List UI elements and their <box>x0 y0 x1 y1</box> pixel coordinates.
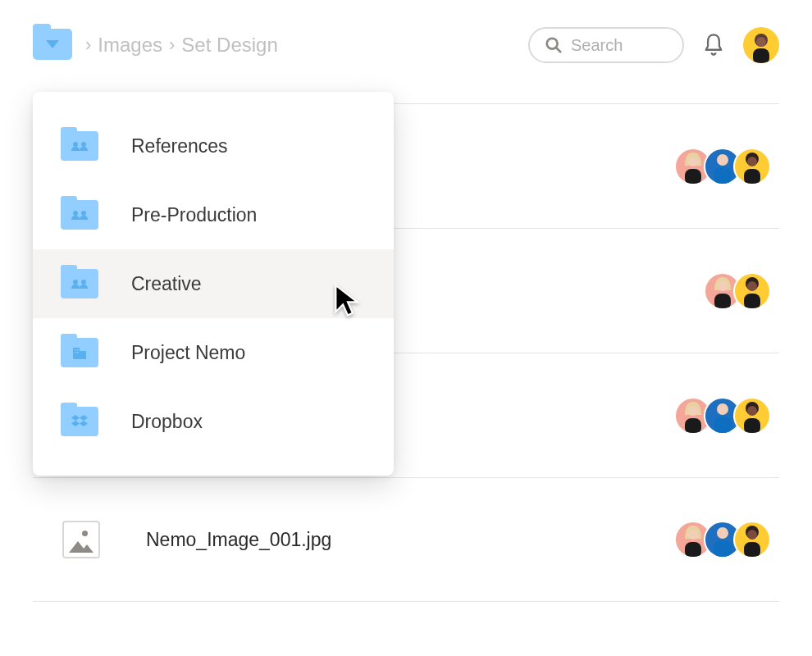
shared-folder-icon <box>61 269 98 298</box>
breadcrumb-item-current[interactable]: › Set Design <box>162 34 278 57</box>
bell-icon <box>702 33 725 57</box>
breadcrumb-root-folder[interactable] <box>33 29 72 61</box>
svg-rect-3 <box>753 48 769 63</box>
svg-rect-27 <box>714 540 732 557</box>
svg-rect-8 <box>714 167 732 184</box>
svg-rect-37 <box>73 348 80 359</box>
svg-rect-20 <box>714 417 732 433</box>
dropdown-item-label: Project Nemo <box>131 342 245 364</box>
dropdown-item-label: References <box>131 135 228 157</box>
search-box[interactable] <box>528 27 684 63</box>
svg-rect-18 <box>685 418 701 433</box>
svg-rect-16 <box>744 294 760 308</box>
file-name: Nemo_Image_001.jpg <box>146 529 674 551</box>
svg-point-35 <box>73 280 78 285</box>
dropdown-item-label: Dropbox <box>131 411 203 433</box>
search-input[interactable] <box>571 36 668 55</box>
svg-point-29 <box>747 530 757 540</box>
svg-point-10 <box>747 157 757 166</box>
svg-point-36 <box>81 280 86 285</box>
dropdown-item-label: Pre-Production <box>131 204 257 226</box>
dropdown-item-dropbox[interactable]: Dropbox <box>33 387 394 456</box>
header: › Images › Set Design <box>33 25 779 66</box>
svg-rect-25 <box>685 542 701 557</box>
svg-rect-23 <box>744 418 760 433</box>
svg-rect-30 <box>744 542 760 557</box>
svg-point-17 <box>688 406 698 416</box>
member-avatars[interactable] <box>674 148 771 185</box>
svg-point-7 <box>717 154 728 166</box>
avatar-icon <box>733 148 771 185</box>
search-icon <box>545 36 563 54</box>
svg-rect-6 <box>685 169 701 184</box>
svg-point-5 <box>688 157 698 166</box>
chevron-right-icon: › <box>169 34 175 56</box>
building-folder-icon <box>61 338 98 367</box>
svg-rect-11 <box>744 169 760 184</box>
svg-rect-38 <box>80 351 86 359</box>
avatar-icon <box>733 397 771 435</box>
dropdown-item-creative[interactable]: Creative <box>33 249 394 318</box>
member-avatars[interactable] <box>704 272 771 310</box>
svg-rect-42 <box>77 352 79 353</box>
svg-point-4 <box>756 37 766 47</box>
svg-point-12 <box>718 281 728 291</box>
avatar-icon <box>733 272 771 310</box>
chevron-right-icon: › <box>85 34 91 56</box>
breadcrumb-label: Images <box>98 34 162 57</box>
svg-rect-41 <box>75 352 76 353</box>
svg-point-15 <box>747 281 757 291</box>
svg-point-22 <box>747 406 757 416</box>
file-row[interactable]: Nemo_Image_001.jpg <box>33 477 779 602</box>
breadcrumb-dropdown[interactable]: References Pre-Production Creative Proje… <box>33 92 394 476</box>
svg-point-19 <box>717 403 728 415</box>
avatar-icon <box>733 521 771 558</box>
image-file-icon <box>62 521 100 558</box>
svg-rect-40 <box>77 349 79 351</box>
breadcrumb-item[interactable]: › Images <box>79 34 162 57</box>
shared-folder-icon <box>61 131 98 161</box>
svg-point-26 <box>717 527 728 539</box>
shared-folder-icon <box>61 200 98 230</box>
notifications-button[interactable] <box>702 33 725 57</box>
svg-rect-39 <box>75 349 76 351</box>
svg-point-33 <box>73 211 78 216</box>
breadcrumb-label: Set Design <box>181 34 277 57</box>
svg-rect-13 <box>714 294 731 308</box>
account-avatar[interactable] <box>743 27 779 63</box>
member-avatars[interactable] <box>674 521 771 558</box>
dropbox-folder-icon <box>61 407 98 436</box>
dropdown-item-label: Creative <box>131 273 202 295</box>
dropdown-item-references[interactable]: References <box>33 112 394 180</box>
chevron-down-icon <box>46 40 59 48</box>
svg-point-31 <box>73 142 78 147</box>
avatar-icon <box>748 29 774 63</box>
svg-point-34 <box>81 211 86 216</box>
svg-point-24 <box>688 530 698 540</box>
dropdown-item-projectnemo[interactable]: Project Nemo <box>33 318 394 387</box>
dropdown-item-preproduction[interactable]: Pre-Production <box>33 180 394 249</box>
svg-point-32 <box>81 142 86 147</box>
member-avatars[interactable] <box>674 397 771 435</box>
svg-line-1 <box>556 48 561 52</box>
